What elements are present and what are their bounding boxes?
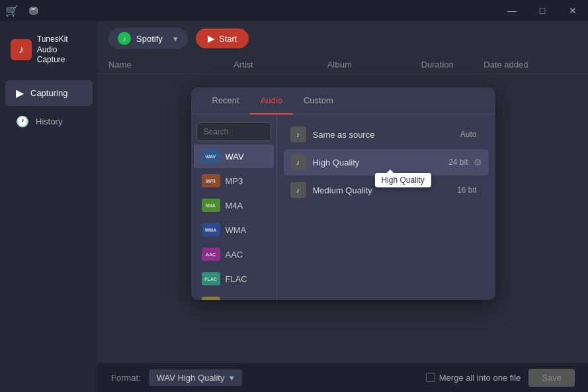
high-quality-gear-icon[interactable]: ⚙ [474,157,482,168]
col-album-header: Album [327,60,421,70]
format-tabs: Recent Audio Custom [191,87,495,115]
save-button[interactable]: Save [528,369,575,387]
format-list-item-flac[interactable]: FLAC FLAC [194,267,274,291]
format-list-item-mp3[interactable]: MP3 MP3 [194,169,274,193]
tab-recent[interactable]: Recent [202,87,250,115]
tab-audio[interactable]: Audio [250,87,293,115]
source-dropdown-arrow: ▾ [173,34,178,44]
table-area: Recent Audio Custom WAV WAV MP3 [98,74,588,363]
format-dropdown[interactable]: WAV High Quality ▾ [149,369,243,386]
main-content: ♪ Spotify ▾ ▶ Start Name Artist Album Du… [98,21,588,392]
search-input[interactable] [196,122,271,141]
app-name-line1: TunesKit [37,34,87,45]
table-header: Name Artist Album Duration Date added [98,56,588,74]
start-icon: ▶ [208,33,215,44]
ac3-icon: AC3 [202,297,220,300]
mp3-icon: MP3 [202,174,220,187]
wav-icon: WAV [202,150,220,163]
col-date-header: Date added [483,60,577,70]
sidebar: ♪ TunesKit Audio Capture ▶ Capturing 🕐 H… [0,21,98,392]
title-bar: 🛒 ⛃ — □ ✕ [0,0,588,21]
aac-icon: AAC [202,248,220,261]
format-panel: Recent Audio Custom WAV WAV MP3 [191,87,495,300]
cart-icon[interactable]: 🛒 [5,5,19,17]
sidebar-item-history[interactable]: 🕐 History [5,109,93,134]
settings-icon[interactable]: ⛃ [29,5,38,17]
format-flac-label: FLAC [226,274,247,284]
format-label: Format: [111,373,141,383]
app-header-icons: 🛒 ⛃ [5,5,38,17]
col-duration-header: Duration [421,60,484,70]
start-button[interactable]: ▶ Start [196,28,249,48]
quality-option-high[interactable]: ♪ High Quality 24 bit ⚙ High Quality [284,149,489,175]
format-options: ♪ Same as source Auto ♪ High Quality 24 … [277,115,495,300]
wma-icon: WMA [202,223,220,236]
sidebar-item-history-label: History [36,117,62,126]
high-quality-tooltip: High Quality [374,173,431,187]
sidebar-item-capturing[interactable]: ▶ Capturing [5,80,93,106]
format-list: WAV WAV MP3 MP3 M4A M4A WMA [191,115,277,300]
merge-checkbox[interactable] [426,373,435,382]
capturing-icon: ▶ [16,87,24,99]
tab-custom[interactable]: Custom [293,87,344,115]
format-list-item-wma[interactable]: WMA WMA [194,218,274,242]
title-bar-left: 🛒 ⛃ [5,0,38,21]
format-list-item-wav[interactable]: WAV WAV [194,144,274,168]
flac-icon: FLAC [202,272,220,285]
format-list-item-m4a[interactable]: M4A M4A [194,193,274,217]
toolbar: ♪ Spotify ▾ ▶ Start [98,21,588,56]
app-logo-icon: ♪ [11,39,32,60]
format-dropdown-value: WAV High Quality [157,373,225,383]
same-as-source-icon: ♪ [290,126,306,142]
start-label: Start [219,34,237,44]
app-subtitle: Audio Capture [37,45,87,66]
format-wav-label: WAV [226,152,244,162]
format-wma-label: WMA [226,225,247,235]
spotify-icon: ♪ [118,32,131,45]
same-as-source-label: Same as source [313,130,460,140]
minimize-button[interactable]: — [497,0,527,21]
history-icon: 🕐 [16,115,29,128]
quality-option-same-as-source[interactable]: ♪ Same as source Auto [284,121,489,148]
col-artist-header: Artist [233,60,327,70]
app-container: ♪ TunesKit Audio Capture ▶ Capturing 🕐 H… [0,21,588,392]
merge-checkbox-container[interactable]: Merge all into one file [426,373,521,383]
medium-quality-value: 16 bit [457,185,476,195]
format-m4a-label: M4A [226,201,243,211]
high-quality-value: 24 bit [448,158,468,167]
high-quality-icon: ♪ [290,154,306,170]
format-mp3-label: MP3 [226,176,243,186]
col-name-header: Name [108,60,233,70]
medium-quality-icon: ♪ [290,182,306,198]
source-selector[interactable]: ♪ Spotify ▾ [108,28,188,49]
format-ac3-label: AC3 [226,299,242,301]
window-controls: — □ ✕ [497,0,588,21]
format-dropdown-arrow-icon: ▾ [230,373,234,383]
app-name: TunesKit Audio Capture [37,34,87,66]
format-aac-label: AAC [226,250,243,260]
merge-label: Merge all into one file [439,373,521,383]
source-label: Spotify [136,34,163,44]
format-body: WAV WAV MP3 MP3 M4A M4A WMA [191,115,495,300]
same-as-source-value: Auto [460,130,477,139]
sidebar-logo: ♪ TunesKit Audio Capture [0,26,98,79]
bottom-bar: Format: WAV High Quality ▾ Merge all int… [98,363,588,392]
close-button[interactable]: ✕ [558,0,588,21]
maximize-button[interactable]: □ [527,0,558,21]
format-list-item-aac[interactable]: AAC AAC [194,242,274,266]
sidebar-item-capturing-label: Capturing [30,88,67,98]
m4a-icon: M4A [202,199,220,212]
high-quality-label: High Quality [313,158,449,168]
format-list-item-ac3[interactable]: AC3 AC3 [194,291,274,300]
